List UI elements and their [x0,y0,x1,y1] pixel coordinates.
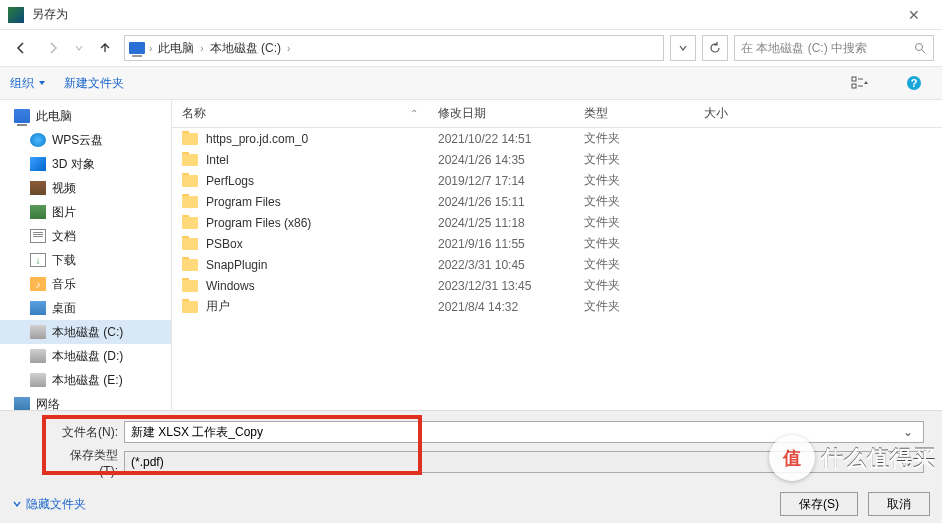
filename-input[interactable]: 新建 XLSX 工作表_Copy ⌄ [124,421,924,443]
arrow-right-icon [46,41,60,55]
refresh-button[interactable] [702,35,728,61]
desk-icon [30,301,46,315]
column-type[interactable]: 类型 [574,100,694,127]
file-row[interactable]: Windows2023/12/31 13:45文件夹 [172,275,942,296]
chevron-down-icon [74,43,84,53]
file-date: 2024/1/26 14:35 [428,153,574,167]
tree-item[interactable]: 桌面 [0,296,171,320]
svg-rect-1 [852,77,856,81]
filename-row: 文件名(N): 新建 XLSX 工作表_Copy ⌄ [54,419,930,445]
chevron-down-icon [12,499,22,509]
tree-item[interactable]: 图片 [0,200,171,224]
toolbar: 组织 新建文件夹 ? [0,66,942,100]
tree-item[interactable]: 本地磁盘 (C:) [0,320,171,344]
file-type: 文件夹 [574,256,694,273]
save-button[interactable]: 保存(S) [780,492,858,516]
tree-item-label: 此电脑 [36,108,72,125]
column-date[interactable]: 修改日期 [428,100,574,127]
pc-icon [14,109,30,123]
tree-item[interactable]: 文档 [0,224,171,248]
hide-folders-toggle[interactable]: 隐藏文件夹 [12,496,86,513]
file-list[interactable]: 名称⌃ 修改日期 类型 大小 https_pro.jd.com_02021/10… [172,100,942,432]
column-size[interactable]: 大小 [694,100,942,127]
column-name[interactable]: 名称⌃ [172,100,428,127]
back-button[interactable] [8,35,34,61]
close-button[interactable]: ✕ [894,7,934,23]
file-name: PerfLogs [206,174,254,188]
breadcrumb-this-pc[interactable]: 此电脑 [156,40,196,57]
dl-icon [30,253,46,267]
tree-item-label: 本地磁盘 (C:) [52,324,123,341]
folder-icon [182,259,198,271]
arrow-left-icon [14,41,28,55]
disk-icon [30,373,46,387]
svg-rect-2 [852,84,856,88]
address-dropdown[interactable] [670,35,696,61]
tree-item-label: 图片 [52,204,76,221]
file-name: Windows [206,279,255,293]
file-date: 2023/12/31 13:45 [428,279,574,293]
address-bar[interactable]: › 此电脑 › 本地磁盘 (C:) › [124,35,664,61]
help-icon: ? [906,75,922,91]
help-button[interactable]: ? [896,71,932,95]
file-date: 2021/8/4 14:32 [428,300,574,314]
file-row[interactable]: Program Files (x86)2024/1/25 11:18文件夹 [172,212,942,233]
tree-item-label: 本地磁盘 (D:) [52,348,123,365]
tree-item[interactable]: WPS云盘 [0,128,171,152]
new-folder-button[interactable]: 新建文件夹 [64,75,124,92]
folder-icon [182,133,198,145]
tree-item[interactable]: 此电脑 [0,104,171,128]
tree-item[interactable]: 下载 [0,248,171,272]
file-row[interactable]: 用户2021/8/4 14:32文件夹 [172,296,942,317]
file-row[interactable]: PerfLogs2019/12/7 17:14文件夹 [172,170,942,191]
breadcrumb-drive-c[interactable]: 本地磁盘 (C:) [208,40,283,57]
tree-item-label: 文档 [52,228,76,245]
navbar: › 此电脑 › 本地磁盘 (C:) › 在 本地磁盘 (C:) 中搜索 [0,30,942,66]
navigation-tree[interactable]: 此电脑WPS云盘3D 对象视频图片文档下载音乐桌面本地磁盘 (C:)本地磁盘 (… [0,100,172,432]
file-row[interactable]: PSBox2021/9/16 11:55文件夹 [172,233,942,254]
tree-item-label: 3D 对象 [52,156,95,173]
view-icon [851,76,869,90]
search-input[interactable]: 在 本地磁盘 (C:) 中搜索 [734,35,934,61]
file-date: 2022/3/31 10:45 [428,258,574,272]
file-row[interactable]: SnapPlugin2022/3/31 10:45文件夹 [172,254,942,275]
tree-item[interactable]: 3D 对象 [0,152,171,176]
separator-icon: › [287,43,290,54]
forward-button[interactable] [40,35,66,61]
video-icon [30,181,46,195]
sort-indicator-icon: ⌃ [410,108,418,119]
disk-icon [30,325,46,339]
folder-icon [182,196,198,208]
view-options-button[interactable] [842,71,878,95]
up-button[interactable] [92,35,118,61]
tree-item-label: 视频 [52,180,76,197]
file-name: Intel [206,153,229,167]
file-name: 用户 [206,298,230,315]
file-date: 2019/12/7 17:14 [428,174,574,188]
tree-item-label: 音乐 [52,276,76,293]
file-row[interactable]: https_pro.jd.com_02021/10/22 14:51文件夹 [172,128,942,149]
filetype-select[interactable]: (*.pdf) ⌄ [124,451,924,473]
separator-icon: › [149,43,152,54]
arrow-up-icon [98,41,112,55]
recent-dropdown[interactable] [72,35,86,61]
tree-item-label: 本地磁盘 (E:) [52,372,123,389]
organize-menu[interactable]: 组织 [10,75,46,92]
tree-item[interactable]: 本地磁盘 (D:) [0,344,171,368]
chevron-down-icon[interactable]: ⌄ [899,425,917,439]
tree-item[interactable]: 视频 [0,176,171,200]
file-date: 2021/10/22 14:51 [428,132,574,146]
tree-item[interactable]: 本地磁盘 (E:) [0,368,171,392]
folder-icon [182,175,198,187]
cancel-button[interactable]: 取消 [868,492,930,516]
wps-icon [30,133,46,147]
tree-item[interactable]: 音乐 [0,272,171,296]
3d-icon [30,157,46,171]
filetype-label: 保存类型(T): [54,447,124,478]
chevron-down-icon[interactable]: ⌄ [899,455,917,469]
pc-icon [129,42,145,54]
file-name: PSBox [206,237,243,251]
file-row[interactable]: Intel2024/1/26 14:35文件夹 [172,149,942,170]
doc-icon [30,229,46,243]
file-row[interactable]: Program Files2024/1/26 15:11文件夹 [172,191,942,212]
